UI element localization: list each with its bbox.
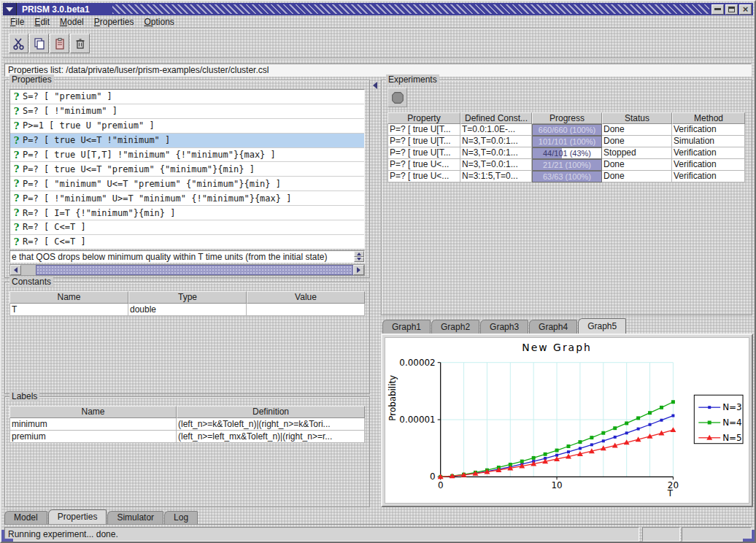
property-comment-text: e that QOS drops below minimum quality w… xyxy=(10,252,354,262)
marker-N=4 xyxy=(648,411,652,415)
properties-list-path: Properties list: /data/private/luser/pri… xyxy=(4,63,752,77)
main-tab-model[interactable]: Model xyxy=(4,511,47,524)
title-bar[interactable]: PRISM 3.0.beta1 × xyxy=(3,3,753,15)
menu-item-edit[interactable]: Edit xyxy=(34,17,50,27)
marker-N=3 xyxy=(579,447,582,450)
table-row[interactable]: P=? [ true U[T...T=0.0:1.0E-...660/660 (… xyxy=(387,124,745,136)
property-row[interactable]: ?P=? [ true U[T,T] !"minimum" {!"minimum… xyxy=(10,148,364,163)
column-header[interactable]: Definition xyxy=(177,406,365,418)
property-row[interactable]: ?P=? [ !"minimum" U>=T "minimum" {!"mini… xyxy=(10,191,364,206)
property-row[interactable]: ?P=? [ true U<=T "premium" {"minimum"}{m… xyxy=(10,162,364,177)
main-tab-strip: ModelPropertiesSimulatorLog xyxy=(4,510,752,525)
vertical-splitter[interactable] xyxy=(371,80,380,508)
main-tab-properties[interactable]: Properties xyxy=(48,509,107,524)
stop-experiment-button[interactable] xyxy=(387,88,407,107)
property-text: S=? [ "premium" ] xyxy=(23,91,112,101)
property-row[interactable]: ?P>=1 [ true U "premium" ] xyxy=(10,119,364,134)
column-header[interactable]: Value xyxy=(247,291,365,304)
marker-N=4 xyxy=(578,440,582,444)
table-row[interactable]: premium(left_n>=left_mx&Toleft_n)|(right… xyxy=(9,431,365,443)
property-comment-bar: e that QOS drops below minimum quality w… xyxy=(9,250,365,263)
menu-item-properties[interactable]: Properties xyxy=(94,17,134,27)
table-cell: Done xyxy=(602,136,672,147)
marker-N=3 xyxy=(660,419,663,422)
minimize-button[interactable] xyxy=(711,4,724,15)
tab-graph2[interactable]: Graph2 xyxy=(431,320,479,334)
progress-cell: 101/101 (100%) xyxy=(532,136,602,147)
title-bar-stripes xyxy=(112,4,709,14)
constants-table[interactable]: NameTypeValueTdouble xyxy=(9,291,365,316)
property-text: R=? [ I=T {!"minimum"}{min} ] xyxy=(23,208,176,218)
clipboard-icon xyxy=(53,37,66,50)
window-menu-button[interactable] xyxy=(3,3,17,15)
chart-canvas[interactable]: 0102000.000010.00002New GraphTProbabilit… xyxy=(385,337,749,504)
experiments-group: Experiments PropertyDefined Const...Prog… xyxy=(381,80,752,315)
scroll-right-button[interactable] xyxy=(353,265,364,275)
spinner-down-button[interactable] xyxy=(354,257,364,263)
property-row[interactable]: ?R=? [ C<=T ] xyxy=(10,220,364,235)
property-row[interactable]: ?P=? [ "minimum" U<=T "premium" {"minimu… xyxy=(10,177,364,191)
property-text: R=? [ C<=T ] xyxy=(23,222,86,232)
comment-horizontal-scrollbar[interactable] xyxy=(9,264,365,276)
labels-table[interactable]: NameDefinitionminimum(left_n>=k&Toleft_n… xyxy=(9,406,365,443)
table-row[interactable]: Tdouble xyxy=(9,304,365,316)
table-cell: P=? [ true U[T... xyxy=(387,147,460,159)
table-row[interactable]: P=? [ true U[T...N=3,T=0.0:1...44/101 (4… xyxy=(387,147,745,159)
tab-graph4[interactable]: Graph4 xyxy=(529,320,577,334)
menu-item-options[interactable]: Options xyxy=(144,17,174,27)
marker-N=3 xyxy=(590,443,593,446)
column-header[interactable]: Property xyxy=(387,112,460,124)
property-row[interactable]: ?R=? [ C<=T ] xyxy=(10,235,364,249)
table-row[interactable]: P=? [ true U[T...N=3,T=0.0:1...101/101 (… xyxy=(387,136,745,147)
scrollbar-thumb[interactable] xyxy=(36,265,353,275)
cut-button[interactable] xyxy=(9,34,28,53)
table-row[interactable]: P=? [ true U<...N=3,T=0.0:1...21/21 (100… xyxy=(387,159,745,171)
table-cell: Verification xyxy=(672,124,745,136)
legend-label-N=3: N=3 xyxy=(722,402,742,412)
scissors-icon xyxy=(12,37,26,50)
maximize-button[interactable] xyxy=(725,4,738,15)
tab-graph3[interactable]: Graph3 xyxy=(480,320,528,334)
property-text: P=? [ true U[T,T] !"minimum" {!"minimum"… xyxy=(23,150,276,160)
paste-button[interactable] xyxy=(50,34,69,53)
main-tab-simulator[interactable]: Simulator xyxy=(107,511,163,524)
menu-item-file[interactable]: File xyxy=(10,17,24,27)
marker-N=4 xyxy=(555,449,559,452)
table-cell: Verification xyxy=(672,171,745,182)
experiments-table[interactable]: PropertyDefined Const...ProgressStatusMe… xyxy=(387,112,745,182)
arrow-up-icon xyxy=(357,253,361,255)
column-header[interactable]: Name xyxy=(9,406,177,418)
menu-item-model[interactable]: Model xyxy=(60,17,84,27)
column-header[interactable]: Method xyxy=(672,112,745,124)
splitter-collapse-icon[interactable] xyxy=(373,82,377,89)
property-text: P=? [ true U<=T !"minimum" ] xyxy=(23,135,170,145)
column-header[interactable]: Progress xyxy=(532,112,602,124)
table-header-row: NameDefinition xyxy=(9,406,365,418)
table-cell: minimum xyxy=(9,418,177,431)
properties-list[interactable]: ?S=? [ "premium" ]?S=? [ !"minimum" ]?P>… xyxy=(9,89,365,249)
tab-graph1[interactable]: Graph1 xyxy=(382,320,431,334)
window-resize-corner-right[interactable] xyxy=(743,530,755,542)
delete-button[interactable] xyxy=(70,34,90,53)
spinner-up-button[interactable] xyxy=(354,251,364,257)
table-row[interactable]: minimum(left_n>=k&Toleft_n)|(right_n>=k&… xyxy=(9,418,365,431)
property-row[interactable]: ?P=? [ true U<=T !"minimum" ] xyxy=(10,134,364,148)
tab-graph5[interactable]: Graph5 xyxy=(578,318,626,334)
scroll-left-button[interactable] xyxy=(10,265,21,275)
scrollbar-track[interactable] xyxy=(21,265,36,275)
copy-button[interactable] xyxy=(29,34,49,53)
property-row[interactable]: ?R=? [ I=T {!"minimum"}{min} ] xyxy=(10,206,364,220)
column-header[interactable]: Name xyxy=(9,291,128,304)
main-tab-log[interactable]: Log xyxy=(164,511,198,524)
table-cell: P=? [ true U<... xyxy=(387,159,460,171)
table-cell: N=3:1:5,T=0... xyxy=(460,171,532,182)
table-cell: P=? [ true U[T... xyxy=(387,136,460,147)
property-row[interactable]: ?S=? [ "premium" ] xyxy=(10,90,364,104)
column-header[interactable]: Status xyxy=(602,112,672,124)
property-row[interactable]: ?S=? [ !"minimum" ] xyxy=(10,104,364,119)
window-resize-corner-left[interactable] xyxy=(1,530,13,542)
column-header[interactable]: Defined Const... xyxy=(460,112,532,124)
close-button[interactable]: × xyxy=(739,4,752,15)
column-header[interactable]: Type xyxy=(128,291,247,304)
table-row[interactable]: P=? [ true U<...N=3:1:5,T=0...63/63 (100… xyxy=(387,171,745,182)
